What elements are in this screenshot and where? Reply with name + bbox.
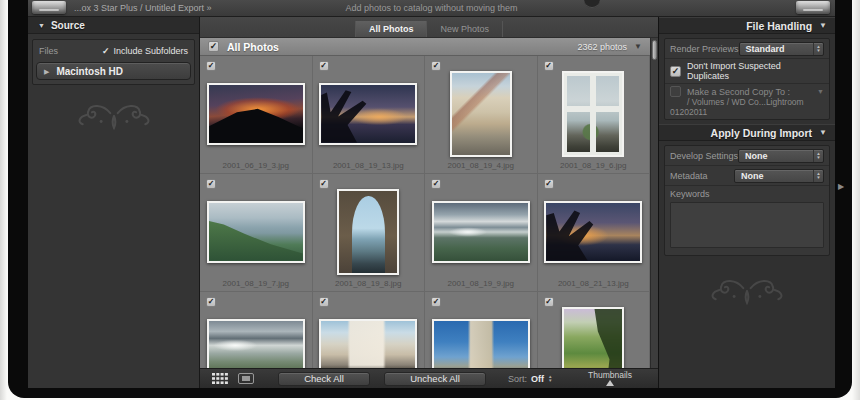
thumbnail-wrap xyxy=(538,187,650,276)
keywords-label: Keywords xyxy=(670,189,710,199)
develop-settings-value: None xyxy=(739,151,813,161)
photo-cell[interactable]: 2001_08_19_8.jpg xyxy=(313,174,426,292)
collapse-triangle-icon[interactable]: ▼ xyxy=(38,22,45,29)
thumbnail-wrap xyxy=(200,305,312,368)
photo-thumbnail[interactable] xyxy=(450,71,512,157)
collapse-triangle-icon[interactable]: ▼ xyxy=(819,22,827,30)
render-previews-dropdown[interactable]: Standard ▲▼ xyxy=(739,42,824,56)
photo-thumbnail[interactable] xyxy=(562,71,624,157)
photo-cell[interactable]: 2001_08_19_9.jpg xyxy=(425,174,538,292)
volume-macintosh-hd[interactable]: ▶ Macintosh HD xyxy=(36,62,191,80)
flourish-ornament xyxy=(68,99,160,133)
thumbnail-wrap xyxy=(425,187,537,276)
metadata-row: Metadata None ▲▼ xyxy=(665,166,829,186)
second-copy-row[interactable]: Make a Second Copy To : ▼ / Volumes / WD… xyxy=(665,84,829,119)
disclosure-triangle-icon[interactable]: ▶ xyxy=(44,68,49,75)
photo-thumbnail[interactable] xyxy=(337,189,399,275)
panel-collapse-arrow[interactable]: ▶ xyxy=(838,182,844,191)
photo-cell[interactable]: 2001_08_19_7.jpg xyxy=(200,174,313,292)
uncheck-all-button[interactable]: Uncheck All xyxy=(384,372,486,386)
sort-arrows-icon[interactable]: ▲▼ xyxy=(548,375,552,382)
photo-filename: 2001_08_19_8.jpg xyxy=(313,279,425,288)
render-previews-value: Standard xyxy=(740,44,813,54)
develop-settings-dropdown[interactable]: None ▲▼ xyxy=(738,149,824,163)
thumbnails-slider[interactable]: Thumbnails xyxy=(588,371,632,386)
duplicates-label: Don't Import Suspected Duplicates xyxy=(687,61,824,81)
destination-drive-icon[interactable] xyxy=(796,1,830,14)
thumbnail-wrap xyxy=(313,305,425,368)
photo-thumbnail[interactable] xyxy=(432,201,530,263)
right-panel: File Handling ▼ Render Previews Standard… xyxy=(658,17,835,388)
develop-settings-label: Develop Settings xyxy=(670,151,738,161)
photo-thumbnail[interactable] xyxy=(319,319,417,369)
metadata-dropdown[interactable]: None ▲▼ xyxy=(734,169,824,183)
photo-filename: 2001_08_19_6.jpg xyxy=(538,161,650,170)
apply-during-import-header[interactable]: Apply During Import ▼ xyxy=(659,124,835,141)
file-handling-header[interactable]: File Handling ▼ xyxy=(659,17,835,34)
keywords-input[interactable] xyxy=(670,202,824,248)
photo-cell[interactable]: 2001_08_21_13.jpg xyxy=(538,174,651,292)
photo-grid: 2001_06_19_3.jpg 2001_08_19_13.jpg 2001_… xyxy=(200,56,650,368)
check-icon: ✓ xyxy=(102,46,110,56)
include-subfolders-toggle[interactable]: ✓ Include Subfolders xyxy=(102,46,188,56)
group-header: All Photos 2362 photos ▼ xyxy=(200,38,650,56)
photo-thumbnail[interactable] xyxy=(319,83,417,145)
photo-cell[interactable] xyxy=(313,292,426,368)
source-panel-title: Source xyxy=(51,20,85,31)
grid-scrollbar[interactable] xyxy=(650,38,658,368)
photo-thumbnail[interactable] xyxy=(544,201,642,263)
photo-cell[interactable] xyxy=(425,292,538,368)
check-all-button[interactable]: Check All xyxy=(278,372,370,386)
render-previews-row: Render Previews Standard ▲▼ xyxy=(665,39,829,59)
top-bar: ...ox 3 Star Plus / Untitled Export » Ad… xyxy=(28,0,835,17)
sort-value[interactable]: Off xyxy=(531,374,544,384)
group-sort-dropdown-icon[interactable]: ▼ xyxy=(634,42,642,51)
collapse-triangle-icon[interactable]: ▼ xyxy=(819,129,827,137)
dropdown-arrows-icon: ▲▼ xyxy=(813,150,823,162)
thumbnails-slider-knob[interactable] xyxy=(606,380,614,386)
tab-all-photos-label: All Photos xyxy=(369,24,414,34)
thumbnail-wrap xyxy=(200,187,312,276)
photo-thumbnail[interactable] xyxy=(562,307,624,369)
tab-all-photos[interactable]: All Photos xyxy=(355,21,427,37)
bottom-toolbar: Check All Uncheck All Sort: Off ▲▼ Thumb… xyxy=(200,368,658,388)
grid-view-icon[interactable] xyxy=(212,373,228,384)
photo-grid-area: All Photos New Photos All Photos 2362 ph… xyxy=(200,17,658,388)
duplicates-row[interactable]: Don't Import Suspected Duplicates xyxy=(665,59,829,84)
thumbnails-label: Thumbnails xyxy=(588,371,632,380)
metadata-label: Metadata xyxy=(670,171,708,181)
second-copy-dropdown-icon[interactable]: ▼ xyxy=(817,88,824,95)
import-hint-text: Add photos to catalog without moving the… xyxy=(28,3,835,13)
photo-cell[interactable]: 2001_08_19_6.jpg xyxy=(538,56,651,174)
thumbnail-wrap xyxy=(425,69,537,158)
photo-cell[interactable] xyxy=(538,292,651,368)
volume-label: Macintosh HD xyxy=(56,66,123,77)
tab-new-photos[interactable]: New Photos xyxy=(426,21,503,37)
photos-tab-strip: All Photos New Photos xyxy=(200,17,658,38)
photo-cell[interactable]: 2001_06_19_3.jpg xyxy=(200,56,313,174)
dropdown-arrows-icon: ▲▼ xyxy=(813,170,823,182)
apply-during-import-title: Apply During Import xyxy=(711,127,813,139)
source-panel-header[interactable]: ▼ Source xyxy=(28,17,199,34)
files-label: Files xyxy=(39,46,58,56)
group-header-label: All Photos xyxy=(227,41,279,53)
photo-count: 2362 photos xyxy=(578,42,628,52)
loupe-view-icon[interactable] xyxy=(238,373,254,384)
photo-thumbnail[interactable] xyxy=(207,83,305,145)
scrollbar-thumb[interactable] xyxy=(652,40,657,60)
second-copy-path: / Volumes / WD Co...Lightroom 01202011 xyxy=(670,95,804,119)
thumbnail-wrap xyxy=(313,69,425,158)
group-checkbox[interactable] xyxy=(208,41,219,52)
duplicates-checkbox[interactable] xyxy=(670,66,681,77)
sort-control[interactable]: Sort: Off ▲▼ xyxy=(508,374,552,384)
photo-cell[interactable] xyxy=(200,292,313,368)
flourish-ornament xyxy=(701,274,793,308)
include-subfolders-label: Include Subfolders xyxy=(113,46,188,56)
tab-new-photos-label: New Photos xyxy=(440,24,489,34)
photo-thumbnail[interactable] xyxy=(207,201,305,263)
photo-cell[interactable]: 2001_08_19_13.jpg xyxy=(313,56,426,174)
render-previews-label: Render Previews xyxy=(670,44,739,54)
photo-cell[interactable]: 2001_08_19_4.jpg xyxy=(425,56,538,174)
photo-thumbnail[interactable] xyxy=(207,319,305,369)
photo-thumbnail[interactable] xyxy=(432,319,530,369)
